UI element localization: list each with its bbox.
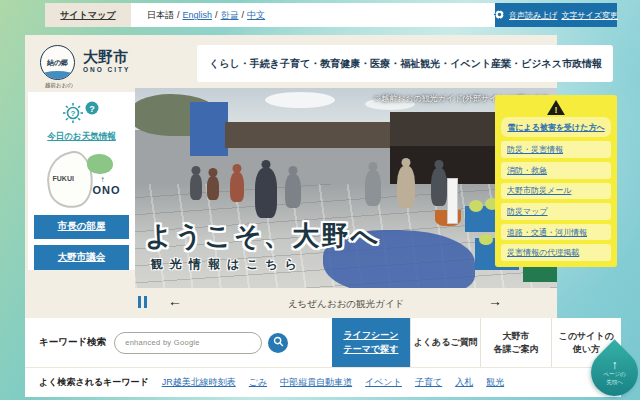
photo-cloud (265, 92, 335, 108)
person-silhouette (431, 168, 447, 206)
svg-text:?: ? (89, 104, 95, 114)
svg-text:!: ! (555, 105, 558, 115)
global-nav: くらし・手続き 子育て・教育 健康・医療・福祉 観光・イベント 産業・ビジネス … (197, 45, 613, 82)
logo-mark-text: 結の郷 (47, 58, 68, 68)
keyword-events[interactable]: イベント (365, 376, 402, 389)
faq-link[interactable]: よくあるご質問 (410, 318, 480, 367)
top-utility-bar: サイトマップ 日本語 / English / 한글 / 中文 音声読み上げ 文字… (45, 3, 617, 27)
road-traffic-river-link[interactable]: 道路・交通・河川情報 (501, 224, 611, 241)
fukui-label: FUKUI (53, 175, 74, 182)
carousel-prev-arrow[interactable]: ← (168, 293, 182, 309)
logo-wave-icon (41, 71, 74, 79)
disaster-proxy-post-link[interactable]: 災害情報の代理掲載 (501, 244, 611, 261)
departments-label-line2: 各課ご案内 (493, 343, 538, 355)
tourism-info-subline: 観光情報はこちら (151, 256, 304, 273)
person-silhouette (285, 174, 301, 208)
logo-crest-icon: 結の郷 (40, 45, 75, 80)
language-link-english[interactable]: English (183, 10, 213, 20)
keyword-bidding[interactable]: 入札 (455, 376, 473, 389)
keyword-garbage[interactable]: ごみ (249, 376, 267, 389)
back-to-top-button[interactable]: ↑ ページの 先頭へ (581, 339, 640, 400)
lifescene-line2: テーマで探す (344, 343, 399, 356)
nav-item-childcare[interactable]: 子育て・教育 (280, 57, 340, 71)
person-silhouette (230, 172, 244, 202)
nav-item-health[interactable]: 健康・医療・福祉 (340, 57, 420, 71)
audio-readout-link[interactable]: 音声読み上げ (509, 10, 557, 21)
person-silhouette (365, 170, 381, 206)
person-silhouette (190, 174, 202, 200)
disaster-info-link[interactable]: 防災・災害情報 (501, 141, 611, 158)
city-council-button[interactable]: 大野市議会 (34, 245, 129, 270)
lifescene-line1: ライフシーン (343, 329, 398, 342)
keyword-tourism[interactable]: 観光 (486, 376, 504, 389)
language-separator: / (242, 10, 245, 20)
up-arrow-icon: ↑ (612, 359, 618, 371)
quick-links: よくあるご質問 大野市 各課ご案内 このサイトの 使い方 (410, 318, 621, 367)
gear-icon (494, 9, 505, 22)
photo-vertical-sign (447, 178, 458, 224)
ono-area-icon (87, 154, 113, 174)
warning-icon: ! (546, 99, 566, 116)
search-label: キーワード検索 (39, 336, 106, 349)
lifescene-theme-button[interactable]: ライフシーン テーマで探す (332, 318, 410, 367)
ono-label: ONO (92, 184, 120, 196)
site-logo[interactable]: 結の郷 越前おおの 大野市 ONO CITY (40, 45, 190, 87)
svg-text:?: ? (70, 109, 75, 118)
language-current: 日本語 (147, 9, 174, 22)
search-button[interactable] (268, 333, 288, 353)
bottom-utility-row: キーワード検索 ライフシーン テーマで探す よくあるご質問 大野市 各課ご案内 … (25, 318, 621, 367)
nav-item-business[interactable]: 産業・ビジネス (491, 57, 562, 71)
disaster-map-link[interactable]: 防災マップ (501, 203, 611, 220)
fire-emergency-link[interactable]: 消防・救急 (501, 162, 611, 179)
language-link-korean[interactable]: 한글 (221, 9, 239, 22)
faq-label: よくあるご質問 (414, 336, 478, 348)
nav-item-living[interactable]: くらし・手続き (209, 57, 280, 71)
keyword-jr-timetable[interactable]: JR越美北線時刻表 (162, 376, 236, 389)
search-icon (273, 335, 284, 350)
totop-label-line2: 先頭へ (606, 379, 623, 387)
welcome-headline: ようこそ、大野へ (145, 218, 380, 254)
weather-link[interactable]: 今日のお天気情報 (47, 131, 115, 143)
emergency-panel: ! 雪による被害を受けた方へ 防災・災害情報 消防・救急 大野市防災メール 防災… (495, 95, 617, 267)
totop-label-line1: ページの (603, 371, 625, 379)
nav-item-tourism[interactable]: 観光・イベント (420, 57, 491, 71)
photo-awning (225, 122, 415, 148)
site-usage-label-line1: このサイトの (559, 330, 614, 342)
search-input[interactable] (114, 332, 262, 354)
keywords-label: よく検索されるキーワード (39, 376, 149, 389)
language-link-chinese[interactable]: 中文 (247, 9, 265, 22)
language-separator: / (215, 10, 218, 20)
popular-keywords-row: よく検索されるキーワード JR越美北線時刻表 ごみ 中部縦貫自動車道 イベント … (25, 367, 621, 397)
person-silhouette (397, 166, 415, 208)
departments-link[interactable]: 大野市 各課ご案内 (480, 318, 550, 367)
photo-shop-banner (190, 102, 228, 156)
photo-vegetables (469, 200, 483, 212)
hero-carousel-slide[interactable]: ※越前おおの観光ガイド(外部サイト)に移ります ようこそ、大野へ 観光情報はこち… (135, 88, 557, 288)
carousel-next-arrow[interactable]: → (488, 293, 502, 309)
weather-icon: ? ? (60, 99, 104, 129)
mayor-room-button[interactable]: 市長の部屋 (34, 215, 129, 240)
departments-label-line1: 大野市 (502, 330, 529, 342)
city-name: 大野市 (83, 49, 130, 64)
keyword-childcare[interactable]: 子育て (415, 376, 442, 389)
sitemap-link[interactable]: サイトマップ (45, 3, 131, 27)
ono-arrow-icon: ↑ (101, 175, 105, 184)
left-sidebar: ? ? 今日のお天気情報 FUKUI ↑ ONO 市長の部屋 大野市議会 (28, 92, 135, 270)
carousel-pause-button[interactable] (138, 296, 147, 308)
disaster-mail-link[interactable]: 大野市防災メール (501, 183, 611, 200)
person-silhouette (207, 176, 219, 200)
fukui-map: FUKUI ↑ ONO (43, 150, 121, 209)
photo-vegetables (479, 234, 493, 245)
person-silhouette (255, 168, 277, 218)
language-switcher: 日本語 / English / 한글 / 中文 (131, 3, 495, 27)
keyword-search: キーワード検索 (25, 318, 288, 367)
font-size-link[interactable]: 文字サイズ変更 (561, 10, 618, 21)
snow-damage-link[interactable]: 雪による被害を受けた方へ (501, 117, 611, 137)
keyword-expressway[interactable]: 中部縦貫自動車道 (280, 376, 352, 389)
accessibility-box: 音声読み上げ 文字サイズ変更 (495, 3, 617, 27)
city-name-en: ONO CITY (83, 66, 130, 73)
nav-item-government[interactable]: 市政情報 (562, 57, 602, 71)
logo-text: 大野市 ONO CITY (83, 45, 130, 73)
logo-subtext: 越前おおの (38, 82, 80, 89)
language-separator: / (177, 10, 180, 20)
